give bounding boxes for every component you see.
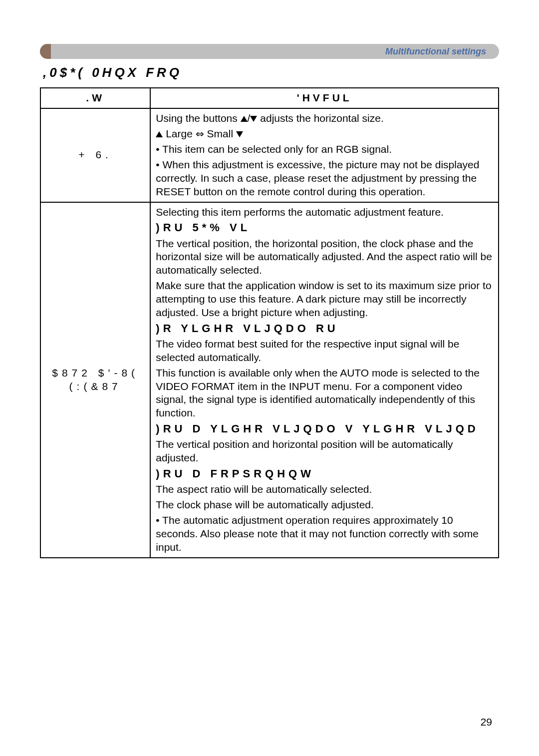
desc-subhead: )RU D FRPSRQHQW xyxy=(156,467,492,481)
item-name-line: $872 $'-8( xyxy=(43,367,148,380)
settings-table: .W 'HVFUL + 6. Using the buttons / adjus… xyxy=(40,87,499,558)
desc-text: The clock phase will be automatically ad… xyxy=(156,498,492,512)
desc-text: The vertical position, the horizontal po… xyxy=(156,237,492,278)
desc-text: The vertical position and horizontal pos… xyxy=(156,438,492,465)
desc-subhead: )R YLGHR VLJQDO RU xyxy=(156,322,492,336)
table-row: $872 $'-8( (:(&87 Selecting this item pe… xyxy=(40,202,499,558)
down-arrow-icon xyxy=(250,116,257,122)
desc-subhead: )RU D YLGHR VLJQDO V YLGHR VLJQD xyxy=(156,422,492,436)
item-name: $872 $'-8( (:(&87 xyxy=(40,202,150,558)
page-title: ,0$*( 0HQX FRQ xyxy=(43,65,499,80)
item-description: Using the buttons / adjusts the horizont… xyxy=(150,108,499,202)
page-number: 29 xyxy=(481,716,492,728)
desc-text: The video format best suited for the res… xyxy=(156,338,492,365)
desc-text: Small xyxy=(207,128,234,139)
desc-text: • The automatic adjustment operation req… xyxy=(156,514,492,554)
desc-text: Using the buttons xyxy=(156,112,240,124)
header-label: Multifunctional settings xyxy=(385,46,486,57)
desc-text: adjusts the horizontal size. xyxy=(260,112,383,124)
item-name: + 6. xyxy=(40,108,150,202)
desc-text: • When this adjustment is excessive, the… xyxy=(156,158,492,199)
desc-text: • This item can be selected only for an … xyxy=(156,143,492,156)
desc-text: Make sure that the application window is… xyxy=(156,279,492,320)
up-arrow-icon xyxy=(241,116,248,122)
desc-text: Selecting this item performs the automat… xyxy=(156,206,492,219)
page-container: Multifunctional settings ,0$*( 0HQX FRQ … xyxy=(0,0,539,558)
desc-text: This function is available only when the… xyxy=(156,367,492,420)
desc-text: The aspect ratio will be automatically s… xyxy=(156,483,492,496)
left-right-arrow-icon: ⇔ xyxy=(196,128,204,141)
header-bar: Multifunctional settings xyxy=(40,44,499,59)
column-header-item: .W xyxy=(40,88,150,108)
down-arrow-icon xyxy=(236,131,243,137)
item-description: Selecting this item performs the automat… xyxy=(150,202,499,558)
column-header-description: 'HVFUL xyxy=(150,88,499,108)
desc-text: Large xyxy=(166,128,193,139)
up-arrow-icon xyxy=(156,131,163,137)
desc-subhead: )RU 5*% VL xyxy=(156,221,492,235)
item-name-line: (:(&87 xyxy=(43,380,148,393)
table-row: + 6. Using the buttons / adjusts the hor… xyxy=(40,108,499,202)
